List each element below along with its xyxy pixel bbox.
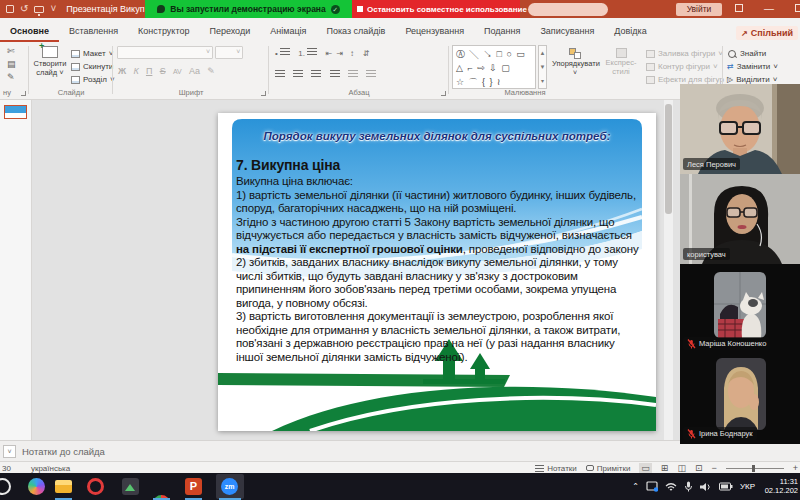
tab-review[interactable]: Рецензування <box>395 20 474 42</box>
tab-help[interactable]: Довідка <box>604 20 656 42</box>
normal-view-icon[interactable]: ▭ <box>639 463 652 473</box>
save-icon[interactable] <box>6 5 14 13</box>
notes-toggle-button[interactable]: Нотатки <box>535 464 577 473</box>
underline-button[interactable]: П <box>146 66 152 76</box>
replace-button[interactable]: ⇄Замінити˅ <box>727 60 778 73</box>
line-spacing-icon[interactable]: ↕ <box>350 49 354 58</box>
numbering-icon[interactable]: 1. <box>298 49 305 58</box>
opera-icon[interactable] <box>87 478 104 495</box>
powerpoint-icon[interactable]: P <box>185 478 202 495</box>
ribbon-display-options-icon[interactable] <box>728 0 750 18</box>
tab-view[interactable]: Подання <box>474 20 530 42</box>
shapes-gallery-scroll[interactable]: ▲ ▼ ▾ <box>538 45 547 89</box>
gallery-more-icon[interactable]: ▾ <box>539 74 546 88</box>
numbered-list-icon[interactable] <box>307 48 317 56</box>
copilot-icon[interactable] <box>28 478 45 495</box>
tab-insert[interactable]: Вставлення <box>59 20 128 42</box>
outdent-icon[interactable]: ⇤ <box>325 49 332 58</box>
vertical-scrollbar[interactable] <box>664 100 673 440</box>
font-name-combo[interactable] <box>117 46 213 59</box>
character-spacing-button[interactable]: AV <box>173 68 182 75</box>
zoom-app-icon[interactable]: zm <box>221 478 238 495</box>
reading-view-icon[interactable]: ◫ <box>677 463 686 473</box>
align-left-icon[interactable] <box>275 70 285 78</box>
gallery-up-icon[interactable]: ▲ <box>539 46 546 60</box>
participant-tile-3[interactable]: Маріша Коношенко <box>680 264 800 354</box>
qat-dropdown-icon[interactable]: ˅ <box>50 0 56 18</box>
share-button[interactable]: ↗ Спільний <box>736 26 798 40</box>
change-case-button[interactable]: Aa <box>189 66 200 76</box>
participant-tile-4[interactable]: Ірина Боднарук <box>680 354 800 444</box>
align-right-icon[interactable] <box>311 70 321 78</box>
arrange-button[interactable]: Упорядкувати ˅ <box>552 48 598 76</box>
clipboard-dialog-launcher[interactable] <box>21 91 26 96</box>
tray-clock[interactable]: 11:31 02.12.202 <box>762 478 798 495</box>
gallery-down-icon[interactable]: ▼ <box>539 60 546 74</box>
justify-icon[interactable] <box>330 70 340 78</box>
notes-collapse-icon[interactable]: ˅ <box>3 445 16 458</box>
comments-button[interactable]: Примітки <box>586 464 631 473</box>
quick-styles-button[interactable]: Експрес-стилі <box>600 48 642 76</box>
smartart-convert-icon[interactable] <box>366 70 376 78</box>
format-painter-icon[interactable]: ✎ <box>7 72 15 83</box>
pause-share-control[interactable] <box>528 3 608 16</box>
slide-thumbnails-pane[interactable] <box>0 100 32 440</box>
align-center-icon[interactable] <box>293 70 303 78</box>
minimize-icon[interactable]: — <box>758 0 780 18</box>
tray-chevron-icon[interactable]: ⌃ <box>632 482 639 491</box>
tab-home[interactable]: Основне <box>0 20 59 42</box>
photos-app-icon[interactable] <box>122 478 139 495</box>
indent-icon[interactable]: ⇥ <box>337 49 344 58</box>
stop-share-button[interactable]: Остановить совместное использование <box>352 0 520 18</box>
tab-transitions[interactable]: Переходи <box>199 20 260 42</box>
section-button[interactable]: Розділ˅ <box>71 73 115 86</box>
participant-tile-1[interactable]: Леся Перович <box>680 84 800 174</box>
maximize-icon[interactable] <box>788 0 800 18</box>
tab-animations[interactable]: Анімація <box>260 20 316 42</box>
search-icon-taskbar[interactable] <box>0 478 11 495</box>
slide-sorter-view-icon[interactable]: ⊞ <box>661 463 669 473</box>
keyboard-language[interactable]: УКР <box>740 482 755 491</box>
slide-title[interactable]: Порядок викупу земельних ділянок для сус… <box>228 130 646 142</box>
slide-body-text[interactable]: 7. Викупна ціна Викупна ціна включає: 1)… <box>236 157 640 364</box>
zoom-out-icon[interactable]: − <box>711 463 716 473</box>
highlight-button[interactable]: ✎ <box>207 66 215 76</box>
copy-icon[interactable]: ▤ <box>7 59 16 70</box>
participant-tile-2[interactable]: користувач <box>680 174 800 264</box>
microphone-icon[interactable] <box>684 481 693 492</box>
slideshow-icon[interactable] <box>34 6 44 13</box>
shape-outline-button[interactable]: Контур фігури˅ <box>646 60 732 73</box>
sign-in-button[interactable]: Увійти <box>676 3 722 16</box>
slide-thumbnail[interactable] <box>4 105 27 119</box>
shapes-gallery[interactable]: Ⓐ ╲ ↘ □ ○ ▭ △ ⌐ ⇨ ⇩ ▢ ☆ ⌒ { } ≀ <box>452 45 536 89</box>
file-explorer-icon[interactable] <box>55 480 72 493</box>
italic-button[interactable]: К <box>133 66 138 76</box>
tab-slideshow[interactable]: Показ слайдів <box>316 20 395 42</box>
font-size-combo[interactable] <box>215 46 243 59</box>
language-button[interactable]: українська <box>31 464 70 473</box>
slide-canvas[interactable]: Порядок викупу земельних ділянок для сус… <box>218 113 656 431</box>
tab-record[interactable]: Записування <box>530 20 604 42</box>
strikethrough-button[interactable]: S <box>160 66 166 76</box>
battery-icon[interactable] <box>719 482 733 491</box>
bullet-list-icon[interactable] <box>280 48 290 56</box>
zoom-slider-thumb[interactable] <box>752 465 755 472</box>
action-center-icon[interactable] <box>646 481 658 492</box>
bullets-icon[interactable]: • <box>275 49 278 58</box>
bold-button[interactable]: Ж <box>118 66 126 76</box>
columns-icon[interactable] <box>348 70 358 78</box>
cut-icon[interactable]: ✄ <box>7 46 15 57</box>
volume-icon[interactable] <box>700 482 712 492</box>
layout-button[interactable]: Макет˅ <box>71 47 115 60</box>
find-button[interactable]: Знайти <box>727 47 778 60</box>
undo-icon[interactable]: ↺ <box>20 0 28 18</box>
slideshow-view-icon[interactable]: ⊡ <box>695 463 703 473</box>
font-dialog-launcher[interactable] <box>261 91 266 96</box>
reset-button[interactable]: Скинути <box>71 60 115 73</box>
shape-fill-button[interactable]: Заливка фігури˅ <box>646 47 732 60</box>
zoom-in-icon[interactable]: + <box>793 463 798 473</box>
tab-design[interactable]: Конструктор <box>128 20 199 42</box>
text-direction-icon[interactable]: ⇵ <box>363 49 370 58</box>
zoom-slider[interactable] <box>726 468 784 469</box>
paragraph-dialog-launcher[interactable] <box>441 91 446 96</box>
